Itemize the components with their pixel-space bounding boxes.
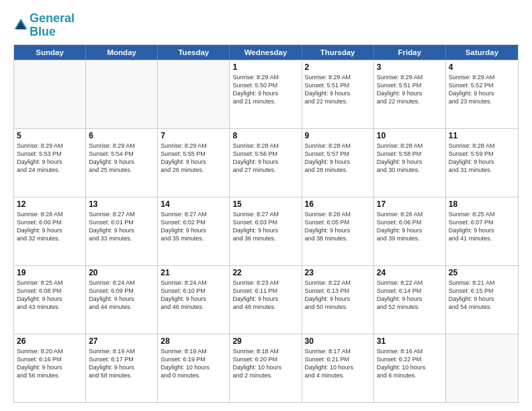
day-cell-4: 4Sunrise: 8:29 AM Sunset: 5:52 PM Daylig… [446,60,518,128]
day-number: 6 [89,131,154,140]
day-cell-11: 11Sunrise: 8:28 AM Sunset: 5:59 PM Dayli… [446,129,518,197]
day-number: 16 [305,199,371,209]
cell-info: Sunrise: 8:28 AM Sunset: 5:59 PM Dayligh… [449,142,515,175]
day-number: 2 [305,62,371,72]
logo-text: General Blue [30,12,75,39]
day-number: 8 [232,131,298,140]
cell-info: Sunrise: 8:16 AM Sunset: 6:22 PM Dayligh… [377,347,443,380]
day-cell-6: 6Sunrise: 8:29 AM Sunset: 5:54 PM Daylig… [86,129,158,197]
day-cell-19: 19Sunrise: 8:25 AM Sunset: 6:08 PM Dayli… [14,266,86,334]
day-number: 26 [17,336,83,346]
day-cell-28: 28Sunrise: 8:19 AM Sunset: 6:19 PM Dayli… [158,334,230,402]
cell-info: Sunrise: 8:21 AM Sunset: 6:15 PM Dayligh… [449,279,515,312]
day-cell-8: 8Sunrise: 8:28 AM Sunset: 5:56 PM Daylig… [230,129,302,197]
cell-info: Sunrise: 8:29 AM Sunset: 5:53 PM Dayligh… [17,142,83,175]
calendar: SundayMondayTuesdayWednesdayThursdayFrid… [13,44,519,403]
cell-info: Sunrise: 8:18 AM Sunset: 6:20 PM Dayligh… [232,347,298,380]
day-number: 22 [232,268,298,277]
day-number: 5 [17,131,83,140]
day-number: 29 [232,336,298,346]
day-cell-7: 7Sunrise: 8:29 AM Sunset: 5:55 PM Daylig… [158,129,230,197]
day-number: 19 [17,268,83,277]
cell-info: Sunrise: 8:29 AM Sunset: 5:51 PM Dayligh… [305,73,371,106]
cell-info: Sunrise: 8:28 AM Sunset: 5:56 PM Dayligh… [232,142,298,175]
day-cell-27: 27Sunrise: 8:19 AM Sunset: 6:17 PM Dayli… [86,334,158,402]
day-number: 4 [449,62,515,72]
day-cell-9: 9Sunrise: 8:28 AM Sunset: 5:57 PM Daylig… [302,129,374,197]
day-cell-20: 20Sunrise: 8:24 AM Sunset: 6:09 PM Dayli… [86,266,158,334]
cell-info: Sunrise: 8:26 AM Sunset: 6:05 PM Dayligh… [305,210,371,243]
cell-info: Sunrise: 8:24 AM Sunset: 6:10 PM Dayligh… [161,279,226,312]
cell-info: Sunrise: 8:19 AM Sunset: 6:19 PM Dayligh… [161,347,226,380]
day-cell-30: 30Sunrise: 8:17 AM Sunset: 6:21 PM Dayli… [302,334,374,402]
cell-info: Sunrise: 8:28 AM Sunset: 6:00 PM Dayligh… [17,210,83,243]
cell-info: Sunrise: 8:29 AM Sunset: 5:55 PM Dayligh… [161,142,226,175]
day-cell-31: 31Sunrise: 8:16 AM Sunset: 6:22 PM Dayli… [374,334,446,402]
day-cell-29: 29Sunrise: 8:18 AM Sunset: 6:20 PM Dayli… [230,334,302,402]
header: General Blue [13,12,519,39]
week-row-1: 1Sunrise: 8:29 AM Sunset: 5:50 PM Daylig… [14,60,518,128]
day-cell-2: 2Sunrise: 8:29 AM Sunset: 5:51 PM Daylig… [302,60,374,128]
day-number: 14 [161,199,226,209]
week-row-2: 5Sunrise: 8:29 AM Sunset: 5:53 PM Daylig… [14,128,518,197]
logo-icon [13,17,28,32]
calendar-body: 1Sunrise: 8:29 AM Sunset: 5:50 PM Daylig… [14,60,518,402]
cell-info: Sunrise: 8:29 AM Sunset: 5:51 PM Dayligh… [377,73,443,106]
empty-cell [446,334,518,402]
empty-cell [14,60,86,128]
day-number: 15 [232,199,298,209]
day-cell-22: 22Sunrise: 8:23 AM Sunset: 6:11 PM Dayli… [230,266,302,334]
cell-info: Sunrise: 8:27 AM Sunset: 6:01 PM Dayligh… [89,210,154,243]
header-day-friday: Friday [374,45,446,60]
cell-info: Sunrise: 8:17 AM Sunset: 6:21 PM Dayligh… [305,347,371,380]
day-number: 23 [305,268,371,277]
cell-info: Sunrise: 8:29 AM Sunset: 5:52 PM Dayligh… [449,73,515,106]
day-number: 9 [305,131,371,140]
cell-info: Sunrise: 8:25 AM Sunset: 6:07 PM Dayligh… [449,210,515,243]
day-cell-26: 26Sunrise: 8:20 AM Sunset: 6:16 PM Dayli… [14,334,86,402]
day-number: 21 [161,268,226,277]
day-cell-23: 23Sunrise: 8:22 AM Sunset: 6:13 PM Dayli… [302,266,374,334]
day-cell-16: 16Sunrise: 8:26 AM Sunset: 6:05 PM Dayli… [302,197,374,265]
header-day-saturday: Saturday [446,45,518,60]
empty-cell [158,60,230,128]
header-day-tuesday: Tuesday [158,45,230,60]
day-cell-14: 14Sunrise: 8:27 AM Sunset: 6:02 PM Dayli… [158,197,230,265]
cell-info: Sunrise: 8:27 AM Sunset: 6:02 PM Dayligh… [161,210,226,243]
day-cell-1: 1Sunrise: 8:29 AM Sunset: 5:50 PM Daylig… [230,60,302,128]
day-number: 25 [449,268,515,277]
day-number: 20 [89,268,154,277]
day-number: 18 [449,199,515,209]
cell-info: Sunrise: 8:23 AM Sunset: 6:11 PM Dayligh… [232,279,298,312]
day-number: 28 [161,336,226,346]
day-cell-10: 10Sunrise: 8:28 AM Sunset: 5:58 PM Dayli… [374,129,446,197]
cell-info: Sunrise: 8:22 AM Sunset: 6:14 PM Dayligh… [377,279,443,312]
day-cell-13: 13Sunrise: 8:27 AM Sunset: 6:01 PM Dayli… [86,197,158,265]
cell-info: Sunrise: 8:27 AM Sunset: 6:03 PM Dayligh… [232,210,298,243]
day-number: 27 [89,336,154,346]
day-number: 11 [449,131,515,140]
cell-info: Sunrise: 8:28 AM Sunset: 5:58 PM Dayligh… [377,142,443,175]
day-number: 31 [377,336,443,346]
cell-info: Sunrise: 8:28 AM Sunset: 5:57 PM Dayligh… [305,142,371,175]
header-day-monday: Monday [86,45,158,60]
cell-info: Sunrise: 8:19 AM Sunset: 6:17 PM Dayligh… [89,347,154,380]
day-number: 1 [232,62,298,72]
day-number: 17 [377,199,443,209]
cell-info: Sunrise: 8:26 AM Sunset: 6:06 PM Dayligh… [377,210,443,243]
cell-info: Sunrise: 8:20 AM Sunset: 6:16 PM Dayligh… [17,347,83,380]
day-cell-12: 12Sunrise: 8:28 AM Sunset: 6:00 PM Dayli… [14,197,86,265]
day-number: 10 [377,131,443,140]
week-row-5: 26Sunrise: 8:20 AM Sunset: 6:16 PM Dayli… [14,334,518,402]
logo: General Blue [13,12,75,39]
header-day-wednesday: Wednesday [230,45,302,60]
header-day-thursday: Thursday [302,45,374,60]
day-cell-5: 5Sunrise: 8:29 AM Sunset: 5:53 PM Daylig… [14,129,86,197]
day-number: 13 [89,199,154,209]
day-cell-18: 18Sunrise: 8:25 AM Sunset: 6:07 PM Dayli… [446,197,518,265]
day-cell-24: 24Sunrise: 8:22 AM Sunset: 6:14 PM Dayli… [374,266,446,334]
day-cell-17: 17Sunrise: 8:26 AM Sunset: 6:06 PM Dayli… [374,197,446,265]
cell-info: Sunrise: 8:25 AM Sunset: 6:08 PM Dayligh… [17,279,83,312]
day-number: 3 [377,62,443,72]
day-cell-3: 3Sunrise: 8:29 AM Sunset: 5:51 PM Daylig… [374,60,446,128]
